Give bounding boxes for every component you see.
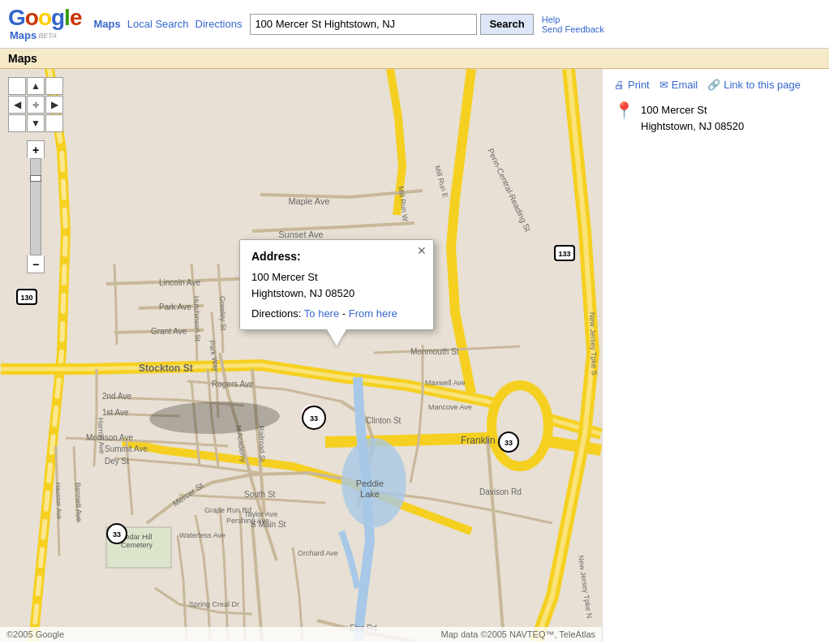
zoom-bar: + − xyxy=(27,140,45,273)
directions-label: Directions: xyxy=(251,307,301,320)
link-label: Link to this page xyxy=(724,79,801,91)
nav-blank-tl xyxy=(8,77,26,95)
logo-beta-label: BETA xyxy=(38,32,57,40)
svg-text:1st Ave: 1st Ave xyxy=(102,408,129,417)
main-content: Maple Ave Sunset Ave Lincoln Ave Park Av… xyxy=(0,69,829,642)
nav-blank-br xyxy=(45,114,63,132)
svg-text:Mancove Ave: Mancove Ave xyxy=(428,403,472,411)
svg-text:Greeley St: Greeley St xyxy=(218,296,227,331)
svg-text:Davison Rd: Davison Rd xyxy=(479,487,522,496)
popup-address-line1: 100 Mercer St xyxy=(251,271,318,283)
email-icon: ✉ xyxy=(659,79,668,91)
nav-left-button[interactable]: ◀ xyxy=(8,96,26,114)
svg-text:Grape Run Rd: Grape Run Rd xyxy=(204,506,251,514)
logo-o1: o xyxy=(25,5,38,30)
svg-text:Rogers Ave: Rogers Ave xyxy=(212,380,254,389)
right-panel: 🖨 Print ✉ Email 🔗 Link to this page 📍 10… xyxy=(602,69,829,642)
svg-text:Maxwell Ave: Maxwell Ave xyxy=(425,379,466,387)
map-container[interactable]: Maple Ave Sunset Ave Lincoln Ave Park Av… xyxy=(0,69,602,642)
panel-tools: 🖨 Print ✉ Email 🔗 Link to this page xyxy=(614,79,818,91)
to-here-link[interactable]: To here xyxy=(304,307,339,320)
print-icon: 🖨 xyxy=(614,79,625,91)
map-footer: ©2005 Google Map data ©2005 NAVTEQ™, Tel… xyxy=(0,627,602,642)
svg-text:Dey St: Dey St xyxy=(105,457,129,466)
svg-text:Hutchinson St: Hutchinson St xyxy=(192,296,202,342)
logo-g2: g xyxy=(51,5,64,30)
link-tool[interactable]: 🔗 Link to this page xyxy=(707,79,801,91)
svg-point-1 xyxy=(492,385,548,466)
nav-blank-tr xyxy=(45,77,63,95)
svg-text:Spring Creal Dr: Spring Creal Dr xyxy=(189,600,239,608)
logo-maps-text: Maps xyxy=(10,29,37,41)
from-here-link[interactable]: From here xyxy=(349,307,397,320)
search-area: Search Help Send Feedback xyxy=(250,14,821,35)
logo-l: l xyxy=(64,5,70,30)
zoom-slider[interactable] xyxy=(30,158,41,255)
popup-close-button[interactable]: ✕ xyxy=(417,245,427,256)
svg-text:South St: South St xyxy=(244,490,276,499)
map-copyright: ©2005 Google xyxy=(6,629,64,639)
email-tool[interactable]: ✉ Email xyxy=(659,79,698,91)
svg-text:Bennett Ave: Bennett Ave xyxy=(74,483,84,522)
svg-text:Maple Ave: Maple Ave xyxy=(288,196,329,206)
directions-separator: - xyxy=(342,307,349,320)
help-links: Help Send Feedback xyxy=(542,15,604,34)
nav-local-search-link[interactable]: Local Search xyxy=(127,18,189,30)
svg-text:Waterless Ave: Waterless Ave xyxy=(179,531,226,539)
map-controls: ▲ ◀ ✛ ▶ ▼ + − xyxy=(8,77,63,273)
popup-title: Address: xyxy=(251,250,422,263)
nav-up-button[interactable]: ▲ xyxy=(27,77,45,95)
nav-down-button[interactable]: ▼ xyxy=(27,114,45,132)
svg-text:Hausser Ave: Hausser Ave xyxy=(54,483,63,520)
svg-text:Peddie: Peddie xyxy=(356,479,384,488)
logo-g: G xyxy=(8,5,25,30)
logo-maps-row: Maps BETA xyxy=(10,29,57,41)
directional-controls: ▲ ◀ ✛ ▶ ▼ xyxy=(8,77,63,132)
zoom-out-button[interactable]: − xyxy=(27,255,45,273)
nav-blank-bl xyxy=(8,114,26,132)
svg-text:Park Ave: Park Ave xyxy=(159,303,191,311)
svg-text:2nd Ave: 2nd Ave xyxy=(102,392,131,401)
popup-address: 100 Mercer St Hightstown, NJ 08520 xyxy=(251,269,422,301)
nav-maps-link[interactable]: Maps xyxy=(93,18,120,30)
print-tool[interactable]: 🖨 Print xyxy=(614,79,650,91)
result-address: 100 Mercer St Hightstown, NJ 08520 xyxy=(641,102,744,134)
svg-text:130: 130 xyxy=(20,294,32,302)
svg-text:33: 33 xyxy=(505,439,513,447)
svg-text:Sunset Ave: Sunset Ave xyxy=(278,230,323,239)
svg-text:Summit Ave: Summit Ave xyxy=(105,444,148,453)
map-data-credit: Map data ©2005 NAVTEQ™, TeleAtlas xyxy=(440,629,595,639)
maps-bar-title: Maps xyxy=(8,52,37,65)
info-popup: ✕ Address: 100 Mercer St Hightstown, NJ … xyxy=(239,239,434,330)
svg-text:Harron Ave: Harron Ave xyxy=(97,418,106,454)
result-address-line2: Hightstown, NJ 08520 xyxy=(641,118,744,135)
zoom-handle[interactable] xyxy=(30,175,41,182)
svg-text:Railroad St: Railroad St xyxy=(257,426,267,462)
svg-text:Grant Ave: Grant Ave xyxy=(151,327,187,336)
header: Google Maps BETA Maps Local Search Direc… xyxy=(0,0,829,49)
svg-text:Lake: Lake xyxy=(360,489,380,499)
nav-right-button[interactable]: ▶ xyxy=(45,96,63,114)
nav-directions-link[interactable]: Directions xyxy=(195,18,243,30)
search-input[interactable] xyxy=(250,14,477,35)
result-address-line1: 100 Mercer St xyxy=(641,102,744,118)
svg-text:Clinton St: Clinton St xyxy=(366,416,402,425)
link-icon: 🔗 xyxy=(707,79,720,91)
help-link[interactable]: Help xyxy=(542,15,604,24)
logo-o2: o xyxy=(38,5,51,30)
svg-text:133: 133 xyxy=(558,250,570,258)
nav-links: Maps Local Search Directions xyxy=(93,18,242,30)
zoom-in-button[interactable]: + xyxy=(27,140,45,158)
maps-bar: Maps xyxy=(0,49,829,69)
print-label: Print xyxy=(628,79,650,91)
result-pin-icon: 📍 xyxy=(614,101,634,120)
svg-text:Monmouth St: Monmouth St xyxy=(410,347,459,356)
popup-tail xyxy=(327,329,346,346)
nav-center-button[interactable]: ✛ xyxy=(27,96,45,114)
svg-text:Stockton St: Stockton St xyxy=(139,363,193,374)
popup-address-line2: Hightstown, NJ 08520 xyxy=(251,287,354,299)
email-label: Email xyxy=(672,79,698,91)
search-button[interactable]: Search xyxy=(480,14,533,35)
svg-text:Lincoln Ave: Lincoln Ave xyxy=(159,278,200,287)
feedback-link[interactable]: Send Feedback xyxy=(542,24,604,34)
